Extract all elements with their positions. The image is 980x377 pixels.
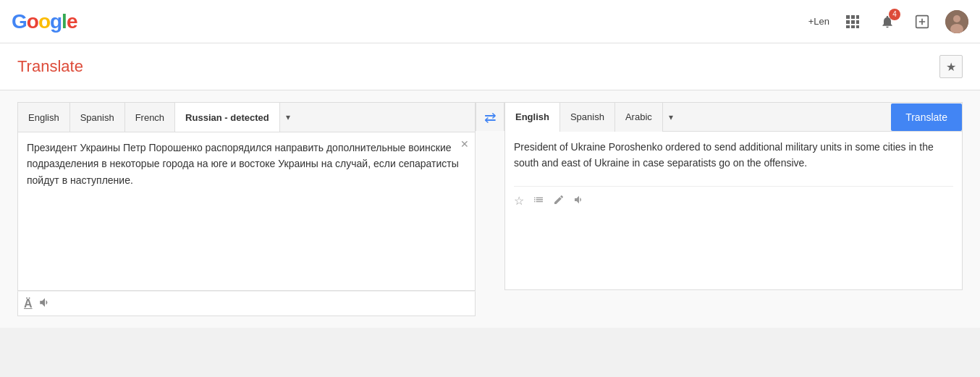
svg-rect-4 bbox=[851, 20, 855, 24]
translate-container: English Spanish French Russian - detecte… bbox=[0, 90, 980, 328]
right-panel: English Spanish Arabic ▾ Translate Presi… bbox=[504, 102, 963, 290]
add-icon bbox=[915, 14, 929, 29]
target-lang-tab-english[interactable]: English bbox=[505, 103, 560, 132]
translation-text: President of Ukraine Poroshenko ordered … bbox=[514, 139, 953, 171]
source-lang-tab-spanish[interactable]: Spanish bbox=[70, 103, 125, 132]
source-lang-tab-russian[interactable]: Russian - detected bbox=[175, 103, 280, 132]
svg-rect-0 bbox=[846, 15, 850, 19]
logo-g2: g bbox=[50, 10, 62, 33]
translation-audio-svg bbox=[573, 194, 585, 206]
source-textarea[interactable] bbox=[27, 140, 466, 270]
svg-point-11 bbox=[953, 15, 960, 22]
svg-rect-2 bbox=[856, 15, 859, 19]
avatar[interactable] bbox=[945, 10, 968, 33]
translation-footer: ☆ bbox=[514, 186, 953, 208]
source-lang-bar: English Spanish French Russian - detecte… bbox=[17, 102, 476, 132]
translation-sound-icon[interactable] bbox=[573, 194, 585, 208]
translation-pencil-svg bbox=[553, 194, 565, 206]
apps-button[interactable] bbox=[841, 10, 864, 33]
bookmark-button[interactable]: ★ bbox=[939, 55, 963, 78]
svg-rect-7 bbox=[851, 25, 855, 28]
source-lang-tab-french[interactable]: French bbox=[125, 103, 175, 132]
source-lang-dropdown-icon: ▾ bbox=[286, 112, 290, 122]
svg-rect-3 bbox=[846, 20, 850, 24]
header: Google +Len 4 bbox=[0, 0, 980, 43]
source-text-box: ✕ bbox=[17, 132, 476, 291]
target-lang-bar: English Spanish Arabic ▾ Translate bbox=[504, 102, 963, 131]
source-lang-dropdown[interactable]: ▾ bbox=[280, 105, 296, 130]
logo-o1: o bbox=[27, 10, 38, 33]
svg-rect-1 bbox=[851, 15, 855, 19]
source-lang-tab-english[interactable]: English bbox=[18, 103, 70, 132]
avatar-image bbox=[945, 10, 968, 33]
translation-star-icon[interactable]: ☆ bbox=[514, 194, 524, 208]
logo-l: l bbox=[62, 10, 67, 33]
source-sound-icon[interactable] bbox=[38, 296, 51, 311]
right-lang-bar-wrapper: English Spanish Arabic ▾ Translate bbox=[504, 102, 963, 131]
bookmark-icon: ★ bbox=[946, 60, 956, 74]
translation-pencil-icon[interactable] bbox=[553, 194, 565, 208]
apps-icon bbox=[846, 15, 859, 28]
swap-button[interactable]: ⇄ bbox=[476, 102, 504, 131]
clear-button[interactable]: ✕ bbox=[460, 138, 469, 150]
logo-o2: o bbox=[38, 10, 50, 33]
source-audio-icon bbox=[38, 296, 51, 309]
header-right: +Len 4 bbox=[808, 10, 968, 33]
svg-rect-5 bbox=[856, 20, 859, 24]
logo-e: e bbox=[67, 10, 77, 33]
user-name[interactable]: +Len bbox=[808, 16, 829, 27]
logo-g: G bbox=[12, 10, 27, 33]
translation-list-svg bbox=[533, 194, 544, 206]
google-logo: Google bbox=[12, 10, 77, 33]
target-lang-dropdown-icon: ▾ bbox=[669, 112, 673, 122]
translation-box: President of Ukraine Poroshenko ordered … bbox=[504, 131, 963, 290]
page-title-bar: Translate ★ bbox=[0, 43, 980, 90]
add-button[interactable] bbox=[911, 10, 934, 33]
translation-list-icon[interactable] bbox=[533, 194, 544, 208]
target-lang-dropdown[interactable]: ▾ bbox=[663, 105, 679, 130]
clear-icon: ✕ bbox=[460, 138, 469, 150]
source-footer: Ä bbox=[17, 291, 476, 316]
target-lang-tab-spanish[interactable]: Spanish bbox=[560, 103, 615, 132]
header-left: Google bbox=[12, 10, 77, 33]
notification-button[interactable]: 4 bbox=[876, 10, 899, 33]
font-icon[interactable]: Ä bbox=[24, 297, 33, 310]
swap-button-wrapper: ⇄ bbox=[476, 102, 504, 131]
swap-icon: ⇄ bbox=[484, 109, 497, 126]
svg-rect-8 bbox=[856, 25, 859, 28]
svg-rect-6 bbox=[846, 25, 850, 28]
page-title: Translate bbox=[17, 57, 83, 76]
translate-button[interactable]: Translate bbox=[891, 103, 962, 131]
notification-badge: 4 bbox=[889, 9, 900, 20]
target-lang-tab-arabic[interactable]: Arabic bbox=[615, 103, 663, 132]
left-panel: English Spanish French Russian - detecte… bbox=[17, 102, 476, 316]
